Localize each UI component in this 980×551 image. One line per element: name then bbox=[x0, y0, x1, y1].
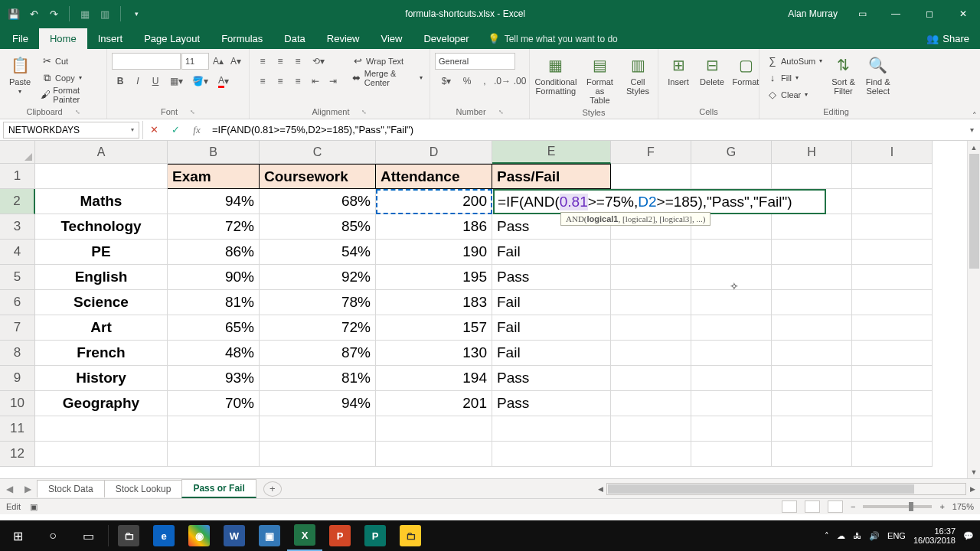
bold-button[interactable]: B bbox=[112, 73, 129, 90]
cell-b1[interactable]: Exam bbox=[168, 164, 260, 189]
cell-e10[interactable]: Pass bbox=[492, 391, 611, 416]
cell-a4[interactable]: PE bbox=[35, 240, 168, 265]
redo-icon[interactable]: ↷ bbox=[46, 6, 61, 21]
qat-icon-1[interactable]: ▦ bbox=[77, 6, 93, 21]
merge-center-button[interactable]: ⬌Merge & Center▾ bbox=[349, 70, 425, 86]
tray-language[interactable]: ENG bbox=[887, 531, 906, 540]
row-header-1[interactable]: 1 bbox=[0, 164, 35, 189]
row-headers[interactable]: 1 2 3 4 5 6 7 8 9 10 11 12 bbox=[0, 164, 35, 467]
cell-blank[interactable] bbox=[852, 341, 933, 366]
cell-g1[interactable] bbox=[691, 164, 772, 189]
align-left-icon[interactable]: ≡ bbox=[254, 73, 271, 90]
column-headers[interactable]: A B C D E F G H I bbox=[35, 141, 933, 164]
sheet-tab-stock-data[interactable]: Stock Data bbox=[37, 480, 105, 497]
sort-filter-button[interactable]: ⇅Sort & Filter bbox=[828, 53, 859, 97]
align-center-icon[interactable]: ≡ bbox=[272, 73, 289, 90]
cell-blank[interactable] bbox=[611, 391, 691, 416]
cell-blank-12[interactable] bbox=[376, 442, 492, 467]
row-header-10[interactable]: 10 bbox=[0, 391, 35, 416]
cell-blank-11[interactable] bbox=[260, 416, 376, 442]
zoom-in-icon[interactable]: + bbox=[939, 502, 944, 511]
page-layout-view-icon[interactable] bbox=[805, 500, 820, 513]
cell-a10[interactable]: Geography bbox=[35, 391, 168, 416]
cell-e4[interactable]: Fail bbox=[492, 240, 611, 265]
enter-formula-button[interactable]: ✓ bbox=[165, 119, 186, 141]
sheet-nav-next-icon[interactable]: ▶ bbox=[18, 484, 37, 494]
vertical-scrollbar[interactable]: ▲ ▼ bbox=[967, 141, 980, 478]
cell-blank[interactable] bbox=[611, 290, 691, 315]
cell-blank[interactable] bbox=[691, 315, 772, 341]
cell-blank[interactable] bbox=[852, 366, 933, 391]
maximize-button[interactable]: ◻ bbox=[913, 0, 946, 28]
tab-review[interactable]: Review bbox=[316, 28, 371, 49]
row-header-2[interactable]: 2 bbox=[0, 189, 35, 214]
cell-d2[interactable]: 200 bbox=[376, 189, 492, 214]
minimize-button[interactable]: — bbox=[879, 0, 913, 28]
sheet-nav-prev-icon[interactable]: ◀ bbox=[0, 484, 18, 494]
format-cells-button[interactable]: ▢Format bbox=[730, 53, 761, 88]
align-right-icon[interactable]: ≡ bbox=[289, 73, 306, 90]
taskbar-app-icon[interactable]: ▣ bbox=[252, 520, 287, 551]
wrap-text-button[interactable]: ↩Wrap Text bbox=[349, 53, 425, 69]
alignment-dialog-launcher[interactable]: ⤡ bbox=[361, 109, 367, 116]
row-header-11[interactable]: 11 bbox=[0, 416, 35, 442]
decrease-decimal-icon[interactable]: .00 bbox=[511, 73, 528, 90]
cell-d8[interactable]: 130 bbox=[376, 341, 492, 366]
tell-me-search[interactable]: 💡 Tell me what you want to do bbox=[480, 28, 626, 49]
taskbar-word-icon[interactable]: W bbox=[217, 520, 252, 551]
tab-file[interactable]: File bbox=[2, 28, 39, 49]
cell-e6[interactable]: Fail bbox=[492, 290, 611, 315]
taskbar-edge-icon[interactable]: e bbox=[146, 520, 181, 551]
cell-c9[interactable]: 81% bbox=[260, 366, 376, 391]
taskbar-excel-icon[interactable]: X bbox=[287, 520, 322, 551]
cell-blank[interactable] bbox=[772, 265, 852, 290]
macro-record-icon[interactable]: ▣ bbox=[30, 502, 38, 512]
tab-view[interactable]: View bbox=[370, 28, 413, 49]
format-painter-button[interactable]: 🖌Format Painter bbox=[38, 86, 102, 103]
cell-blank[interactable] bbox=[691, 290, 772, 315]
scroll-left-icon[interactable]: ◀ bbox=[594, 484, 606, 494]
underline-button[interactable]: U bbox=[147, 73, 164, 90]
row-header-9[interactable]: 9 bbox=[0, 366, 35, 391]
col-header-d[interactable]: D bbox=[376, 141, 492, 164]
cell-blank[interactable] bbox=[772, 315, 852, 341]
cell-e1[interactable]: Pass/Fail bbox=[492, 164, 611, 189]
cell-blank[interactable] bbox=[691, 366, 772, 391]
cell-blank-12[interactable] bbox=[852, 442, 933, 467]
cell-a7[interactable]: Art bbox=[35, 315, 168, 341]
tray-clock[interactable]: 16:37 16/03/2018 bbox=[913, 527, 956, 545]
spreadsheet-grid[interactable]: A B C D E F G H I 1 2 3 4 5 6 7 8 9 bbox=[0, 141, 980, 478]
cell-blank[interactable] bbox=[772, 214, 852, 240]
cell-c3[interactable]: 85% bbox=[260, 214, 376, 240]
cell-blank[interactable] bbox=[772, 290, 852, 315]
insert-cells-button[interactable]: ⊞Insert bbox=[663, 53, 694, 88]
cell-blank[interactable] bbox=[691, 240, 772, 265]
cell-blank-11[interactable] bbox=[852, 416, 933, 442]
tab-home[interactable]: Home bbox=[39, 28, 87, 49]
font-size-input[interactable] bbox=[181, 53, 209, 70]
function-tooltip[interactable]: AND(logical1, [logical2], [logical3], ..… bbox=[560, 212, 710, 226]
font-name-input[interactable] bbox=[112, 53, 181, 70]
cell-c5[interactable]: 92% bbox=[260, 265, 376, 290]
cell-blank[interactable] bbox=[852, 214, 933, 240]
col-header-h[interactable]: H bbox=[772, 141, 852, 164]
cell-styles-button[interactable]: ▥Cell Styles bbox=[622, 53, 653, 97]
cell-blank-11[interactable] bbox=[168, 416, 260, 442]
new-sheet-button[interactable]: + bbox=[263, 481, 282, 497]
fill-color-button[interactable]: 🪣▾ bbox=[188, 73, 211, 90]
cell-b6[interactable]: 81% bbox=[168, 290, 260, 315]
cell-blank-11[interactable] bbox=[376, 416, 492, 442]
cell-blank[interactable] bbox=[611, 265, 691, 290]
cell-b9[interactable]: 93% bbox=[168, 366, 260, 391]
taskbar-chrome-icon[interactable]: ◉ bbox=[181, 520, 217, 551]
scroll-up-icon[interactable]: ▲ bbox=[968, 141, 980, 154]
share-button[interactable]: 👥 Share bbox=[916, 28, 980, 49]
row-header-8[interactable]: 8 bbox=[0, 341, 35, 366]
number-dialog-launcher[interactable]: ⤡ bbox=[498, 109, 504, 116]
clipboard-dialog-launcher[interactable]: ⤡ bbox=[75, 109, 80, 116]
ribbon-display-options-icon[interactable]: ▭ bbox=[845, 0, 879, 28]
align-middle-icon[interactable]: ≡ bbox=[272, 53, 289, 70]
cell-blank-12[interactable] bbox=[492, 442, 611, 467]
cell-c10[interactable]: 94% bbox=[260, 391, 376, 416]
col-header-g[interactable]: G bbox=[691, 141, 772, 164]
